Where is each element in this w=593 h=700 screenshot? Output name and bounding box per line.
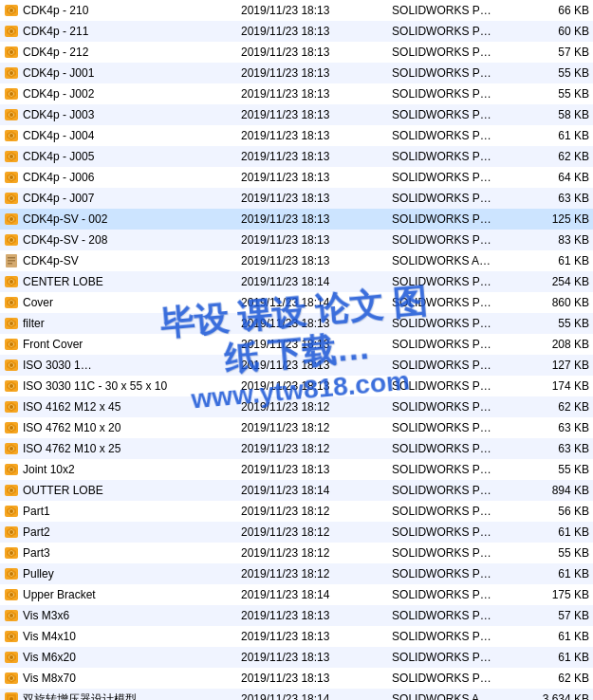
file-icon — [4, 587, 19, 602]
file-name-cell: ISO 4762 M10 x 20 — [0, 417, 237, 438]
table-row[interactable]: CDK4p - J0012019/11/23 18:13SOLIDWORKS P… — [0, 63, 593, 83]
file-type-cell: SOLIDWORKS P… — [388, 271, 517, 292]
table-row[interactable]: Cover2019/11/23 18:14SOLIDWORKS P…860 KB — [0, 292, 593, 313]
file-icon — [4, 525, 19, 540]
table-row[interactable]: CDK4p - J0022019/11/23 18:13SOLIDWORKS P… — [0, 83, 593, 104]
table-row[interactable]: CDK4p - J0042019/11/23 18:13SOLIDWORKS P… — [0, 125, 593, 146]
table-row[interactable]: ISO 4762 M10 x 202019/11/23 18:12SOLIDWO… — [0, 417, 593, 438]
table-row[interactable]: Part12019/11/23 18:12SOLIDWORKS P…56 KB — [0, 501, 593, 522]
file-name-cell: CDK4p - J001 — [0, 63, 237, 83]
table-row[interactable]: ISO 3030 1…2019/11/23 18:13SOLIDWORKS P…… — [0, 355, 593, 376]
table-row[interactable]: Vis M3x62019/11/23 18:13SOLIDWORKS P…57 … — [0, 605, 593, 626]
file-date-cell: 2019/11/23 18:12 — [237, 417, 388, 438]
file-name-cell: CDK4p - J005 — [0, 146, 237, 167]
file-icon — [4, 86, 19, 101]
table-row[interactable]: CDK4p-SV - 0022019/11/23 18:13SOLIDWORKS… — [0, 209, 593, 230]
file-name-text: CDK4p - J001 — [23, 66, 94, 80]
file-name-cell: ISO 4762 M10 x 25 — [0, 438, 237, 459]
file-type-cell: SOLIDWORKS P… — [388, 459, 517, 480]
table-row[interactable]: Part32019/11/23 18:12SOLIDWORKS P…55 KB — [0, 543, 593, 563]
table-row[interactable]: Joint 10x22019/11/23 18:13SOLIDWORKS P…5… — [0, 459, 593, 480]
table-row[interactable]: CDK4p-SV - 2082019/11/23 18:13SOLIDWORKS… — [0, 230, 593, 250]
file-size-cell: 125 KB — [517, 209, 593, 230]
file-size-cell: 55 KB — [517, 543, 593, 563]
svg-point-27 — [9, 134, 13, 138]
svg-point-103 — [9, 530, 13, 534]
table-row[interactable]: Vis M6x202019/11/23 18:13SOLIDWORKS P…61… — [0, 647, 593, 668]
file-date-cell: 2019/11/23 18:13 — [237, 334, 388, 355]
file-name-text: CDK4p - 210 — [23, 4, 88, 17]
table-row[interactable]: 双旋转增压器设计模型2019/11/23 18:14SOLIDWORKS A…3… — [0, 689, 593, 700]
table-row[interactable]: CDK4p - J0052019/11/23 18:13SOLIDWORKS P… — [0, 146, 593, 167]
file-name-text: Vis M6x20 — [23, 651, 76, 664]
file-type-cell: SOLIDWORKS P… — [388, 230, 517, 250]
file-type-cell: SOLIDWORKS P… — [388, 396, 517, 417]
file-type-cell: SOLIDWORKS P… — [388, 417, 517, 438]
file-size-cell: 62 KB — [517, 396, 593, 417]
table-row[interactable]: Front Cover2019/11/23 18:13SOLIDWORKS P…… — [0, 334, 593, 355]
table-row[interactable]: CENTER LOBE2019/11/23 18:14SOLIDWORKS P…… — [0, 271, 593, 292]
table-row[interactable]: CDK4p - J0062019/11/23 18:13SOLIDWORKS P… — [0, 167, 593, 188]
table-row[interactable]: Upper Bracket2019/11/23 18:14SOLIDWORKS … — [0, 584, 593, 605]
file-type-cell: SOLIDWORKS P… — [388, 355, 517, 376]
file-name-cell: Vis M6x20 — [0, 647, 237, 668]
file-icon — [4, 295, 19, 310]
file-date-cell: 2019/11/23 18:13 — [237, 230, 388, 250]
file-type-cell: SOLIDWORKS P… — [388, 146, 517, 167]
table-row[interactable]: ISO 3030 11C - 30 x 55 x 102019/11/23 18… — [0, 376, 593, 396]
file-type-cell: SOLIDWORKS P… — [388, 501, 517, 522]
file-date-cell: 2019/11/23 18:13 — [237, 188, 388, 209]
file-icon — [4, 650, 19, 665]
svg-rect-50 — [8, 260, 15, 262]
file-size-cell: 63 KB — [517, 417, 593, 438]
file-name-text: 双旋转增压器设计模型 — [23, 691, 137, 701]
file-name-text: CDK4p - J007 — [23, 192, 94, 205]
file-name-cell: CDK4p - 210 — [0, 0, 237, 21]
table-row[interactable]: ISO 4762 M10 x 252019/11/23 18:12SOLIDWO… — [0, 438, 593, 459]
table-row[interactable]: CDK4p - J0032019/11/23 18:13SOLIDWORKS P… — [0, 104, 593, 125]
table-row[interactable]: CDK4p - 2102019/11/23 18:13SOLIDWORKS P…… — [0, 0, 593, 21]
file-name-cell: ISO 3030 1… — [0, 355, 237, 376]
svg-point-7 — [9, 29, 13, 33]
file-type-cell: SOLIDWORKS P… — [388, 104, 517, 125]
svg-point-63 — [9, 322, 13, 325]
table-row[interactable]: filter2019/11/23 18:13SOLIDWORKS P…55 KB — [0, 313, 593, 334]
svg-point-95 — [9, 488, 13, 492]
table-row[interactable]: Pulley2019/11/23 18:12SOLIDWORKS P…61 KB — [0, 563, 593, 584]
table-row[interactable]: OUTTER LOBE2019/11/23 18:14SOLIDWORKS P…… — [0, 480, 593, 501]
file-name-cell: ISO 3030 11C - 30 x 55 x 10 — [0, 376, 237, 396]
file-name-cell: ISO 4162 M12 x 45 — [0, 396, 237, 417]
file-date-cell: 2019/11/23 18:12 — [237, 501, 388, 522]
svg-point-43 — [9, 217, 13, 221]
file-name-text: Cover — [23, 296, 53, 309]
table-row[interactable]: Vis M4x102019/11/23 18:13SOLIDWORKS P…61… — [0, 626, 593, 647]
file-size-cell: 254 KB — [517, 271, 593, 292]
file-size-cell: 208 KB — [517, 334, 593, 355]
file-name-cell: CDK4p - 211 — [0, 21, 237, 42]
file-size-cell: 127 KB — [517, 355, 593, 376]
table-row[interactable]: CDK4p - 2122019/11/23 18:13SOLIDWORKS P…… — [0, 42, 593, 63]
file-icon — [4, 608, 19, 623]
file-date-cell: 2019/11/23 18:13 — [237, 42, 388, 63]
svg-point-87 — [9, 447, 13, 451]
file-size-cell: 83 KB — [517, 230, 593, 250]
file-icon — [4, 253, 19, 268]
file-icon — [4, 274, 19, 289]
file-type-cell: SOLIDWORKS P… — [388, 209, 517, 230]
file-date-cell: 2019/11/23 18:13 — [237, 104, 388, 125]
svg-rect-51 — [8, 263, 12, 265]
file-size-cell: 61 KB — [517, 125, 593, 146]
svg-point-47 — [9, 238, 13, 242]
file-icon — [4, 232, 19, 248]
table-row[interactable]: ISO 4162 M12 x 452019/11/23 18:12SOLIDWO… — [0, 396, 593, 417]
table-row[interactable]: CDK4p - J0072019/11/23 18:13SOLIDWORKS P… — [0, 188, 593, 209]
table-row[interactable]: Vis M8x702019/11/23 18:13SOLIDWORKS P…62… — [0, 668, 593, 689]
file-icon — [4, 191, 19, 206]
file-date-cell: 2019/11/23 18:13 — [237, 0, 388, 21]
table-row[interactable]: Part22019/11/23 18:12SOLIDWORKS P…61 KB — [0, 522, 593, 543]
file-name-cell: CDK4p - J002 — [0, 83, 237, 104]
table-row[interactable]: CDK4p-SV2019/11/23 18:13SOLIDWORKS A…61 … — [0, 250, 593, 271]
table-row[interactable]: CDK4p - 2112019/11/23 18:13SOLIDWORKS P…… — [0, 21, 593, 42]
file-icon — [4, 149, 19, 164]
file-type-cell: SOLIDWORKS A… — [388, 689, 517, 700]
